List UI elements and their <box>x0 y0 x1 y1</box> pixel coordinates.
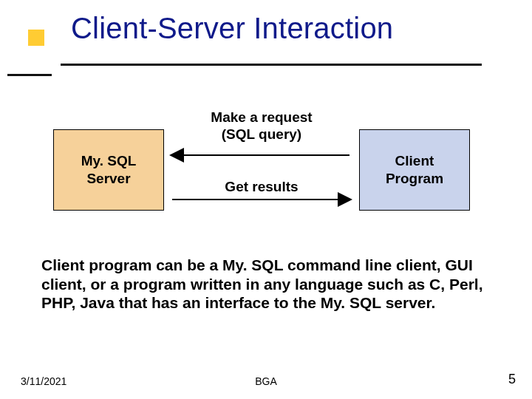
footer-center: BGA <box>0 375 532 387</box>
title-bullet-icon <box>28 30 44 46</box>
title-underline <box>61 64 482 66</box>
server-box-label: My. SQL Server <box>81 152 137 188</box>
title-underline-short <box>7 74 52 76</box>
slide-title: Client-Server Interaction <box>71 12 393 45</box>
diagram: My. SQL Server Client Program Make a req… <box>0 111 532 229</box>
arrows-icon <box>160 146 361 210</box>
request-label: Make a request (SQL query) <box>166 109 358 143</box>
footer-page-number: 5 <box>508 372 516 387</box>
description-text: Client program can be a My. SQL command … <box>41 256 492 313</box>
slide: Client-Server Interaction My. SQL Server… <box>0 0 532 399</box>
client-box-label: Client Program <box>386 152 443 188</box>
client-box: Client Program <box>359 129 470 211</box>
title-area: Client-Server Interaction <box>0 6 532 65</box>
server-box: My. SQL Server <box>53 129 164 211</box>
